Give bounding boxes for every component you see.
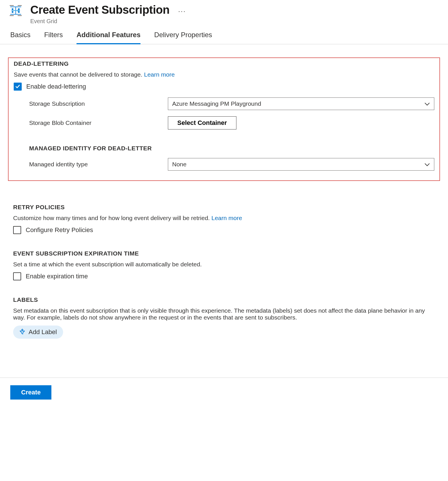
expiration-desc: Set a time at which the event subscripti… — [13, 261, 435, 268]
enable-dead-lettering-label: Enable dead-lettering — [26, 83, 86, 90]
managed-identity-type-value: None — [172, 161, 186, 168]
tab-basics[interactable]: Basics — [10, 31, 31, 44]
dead-lettering-section: DEAD-LETTERING Save events that cannot b… — [8, 57, 440, 181]
event-grid-icon — [9, 3, 23, 18]
dead-lettering-title: DEAD-LETTERING — [14, 60, 434, 67]
tab-bar: Basics Filters Additional Features Deliv… — [0, 27, 448, 44]
page-title: Create Event Subscription — [30, 3, 170, 16]
retry-policies-learn-link[interactable]: Learn more — [211, 215, 242, 221]
svg-point-2 — [12, 11, 13, 13]
managed-identity-type-dropdown[interactable]: None — [168, 158, 434, 171]
labels-title: LABELS — [13, 296, 435, 303]
chevron-down-icon — [424, 161, 430, 168]
labels-section: LABELS Set metadata on this event subscr… — [8, 296, 440, 339]
storage-blob-container-label: Storage Blob Container — [14, 119, 168, 126]
svg-point-0 — [12, 8, 13, 10]
dead-lettering-learn-link[interactable]: Learn more — [144, 71, 174, 78]
storage-subscription-value: Azure Messaging PM Playground — [172, 100, 261, 107]
retry-policies-title: RETRY POLICIES — [13, 204, 435, 211]
storage-subscription-dropdown[interactable]: Azure Messaging PM Playground — [168, 97, 434, 110]
select-container-button[interactable]: Select Container — [168, 116, 236, 129]
create-button[interactable]: Create — [10, 385, 51, 400]
retry-policies-desc-text: Customize how many times and for how lon… — [13, 215, 211, 221]
expiration-title: EVENT SUBSCRIPTION EXPIRATION TIME — [13, 250, 435, 257]
page-subtitle: Event Grid — [30, 18, 170, 25]
add-label-text: Add Label — [29, 328, 57, 336]
tab-filters[interactable]: Filters — [44, 31, 63, 44]
more-icon[interactable]: ··· — [178, 7, 186, 15]
storage-subscription-label: Storage Subscription — [14, 100, 168, 107]
retry-policies-section: RETRY POLICIES Customize how many times … — [8, 204, 440, 234]
dead-lettering-desc: Save events that cannot be delivered to … — [14, 71, 434, 78]
dead-lettering-desc-text: Save events that cannot be delivered to … — [14, 71, 144, 78]
retry-policies-desc: Customize how many times and for how lon… — [13, 215, 435, 221]
expiration-section: EVENT SUBSCRIPTION EXPIRATION TIME Set a… — [8, 250, 440, 280]
add-label-button[interactable]: Add Label — [13, 326, 63, 339]
tab-additional-features[interactable]: Additional Features — [77, 31, 140, 44]
enable-expiration-checkbox[interactable] — [13, 272, 21, 280]
configure-retry-checkbox[interactable] — [13, 226, 21, 234]
managed-identity-title: MANAGED IDENTITY FOR DEAD-LETTER — [29, 145, 434, 152]
configure-retry-label: Configure Retry Policies — [26, 226, 93, 234]
chevron-down-icon — [424, 101, 430, 107]
enable-expiration-label: Enable expiration time — [26, 273, 88, 280]
labels-desc: Set metadata on this event subscription … — [13, 307, 435, 321]
managed-identity-type-label: Managed identity type — [14, 161, 168, 168]
footer: Create — [0, 378, 448, 407]
tab-delivery-properties[interactable]: Delivery Properties — [154, 31, 212, 44]
add-filter-icon — [19, 329, 25, 336]
enable-dead-lettering-checkbox[interactable] — [14, 83, 22, 91]
